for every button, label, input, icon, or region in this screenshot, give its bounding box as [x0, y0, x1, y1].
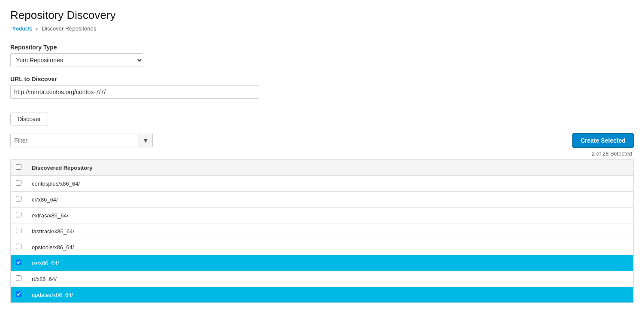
row-checkbox[interactable] [16, 275, 21, 281]
discover-button[interactable]: Discover [10, 113, 48, 125]
filter-input[interactable] [10, 134, 139, 147]
table-header-row: Discovered Repository [11, 160, 634, 176]
create-selected-button[interactable]: Create Selected [572, 133, 634, 148]
row-checkbox-cell [11, 208, 27, 223]
row-checkbox-cell [11, 287, 27, 303]
table-row: fasttrack/x86_64/ [11, 223, 634, 239]
toolbar-left: ▼ [10, 134, 153, 147]
url-section: URL to Discover [10, 76, 634, 99]
table-body: centosplus/x86_64/cr/x86_64/extras/x86_6… [11, 176, 634, 303]
table-row: rt/x86_64/ [11, 271, 634, 287]
row-checkbox[interactable] [16, 228, 21, 233]
url-label: URL to Discover [10, 76, 634, 82]
row-repo-name: cr/x86_64/ [27, 192, 634, 208]
row-checkbox-cell [11, 223, 27, 239]
row-repo-name: opstools/x86_64/ [27, 239, 634, 255]
table-row: os/x86_64/ [11, 255, 634, 271]
row-checkbox[interactable] [16, 196, 21, 202]
breadcrumb-separator: » [36, 25, 39, 32]
toolbar: ▼ Create Selected [10, 133, 634, 148]
row-checkbox-cell [11, 176, 27, 192]
breadcrumb-products-link[interactable]: Products [10, 25, 32, 32]
row-repo-name: rt/x86_64/ [27, 271, 634, 287]
repo-type-label: Repository Type [10, 44, 634, 51]
table-row: extras/x86_64/ [11, 208, 634, 223]
row-repo-name: extras/x86_64/ [27, 208, 634, 223]
select-all-checkbox[interactable] [16, 164, 21, 170]
row-checkbox[interactable] [16, 212, 21, 217]
breadcrumb: Products » Discover Repositories [10, 25, 634, 32]
row-repo-name: updates/x86_64/ [27, 287, 634, 303]
table-row: opstools/x86_64/ [11, 239, 634, 255]
row-checkbox[interactable] [16, 260, 21, 265]
row-checkbox-cell [11, 239, 27, 255]
row-checkbox-cell [11, 255, 27, 271]
row-repo-name: fasttrack/x86_64/ [27, 223, 634, 239]
row-checkbox[interactable] [16, 291, 21, 297]
repo-type-section: Repository Type Yum Repositories Docker … [10, 44, 634, 67]
page-title: Repository Discovery [10, 9, 634, 22]
selection-count: 2 of 28 Selected [10, 150, 634, 157]
table-row: updates/x86_64/ [11, 287, 634, 303]
url-input[interactable] [10, 85, 259, 99]
repo-type-select[interactable]: Yum Repositories Docker Registries Puppe… [10, 53, 143, 67]
row-repo-name: os/x86_64/ [27, 255, 634, 271]
row-checkbox-cell [11, 271, 27, 287]
repo-table: Discovered Repository centosplus/x86_64/… [10, 159, 634, 303]
breadcrumb-current: Discover Repositories [42, 25, 96, 32]
filter-icon: ▼ [143, 137, 149, 144]
filter-button[interactable]: ▼ [139, 134, 153, 147]
table-row: centosplus/x86_64/ [11, 176, 634, 192]
row-repo-name: centosplus/x86_64/ [27, 176, 634, 192]
table-row: cr/x86_64/ [11, 192, 634, 208]
th-repo-name: Discovered Repository [27, 160, 634, 176]
row-checkbox[interactable] [16, 180, 21, 186]
row-checkbox[interactable] [16, 244, 21, 249]
th-select-all [11, 160, 27, 176]
table-header: Discovered Repository [11, 160, 634, 176]
row-checkbox-cell [11, 192, 27, 208]
page-container: Repository Discovery Products » Discover… [0, 0, 644, 312]
